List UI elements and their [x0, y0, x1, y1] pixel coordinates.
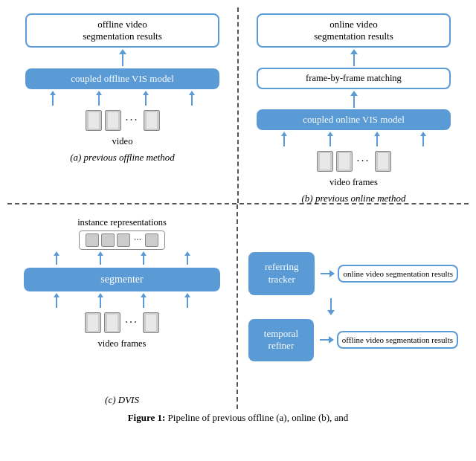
- frame-icon: [104, 312, 120, 333]
- dvis-video-label: video frames: [98, 338, 147, 349]
- segmenter-box: segmenter: [24, 268, 221, 291]
- frame-icon: [317, 151, 333, 172]
- offline-multi-arrows: [31, 91, 214, 106]
- frame-icon: [375, 151, 391, 172]
- online-video-label: video frames: [329, 177, 378, 188]
- panel-dvis-left: instance representations ··· segmenter: [7, 204, 238, 409]
- arrow2: [97, 293, 103, 308]
- offline-video-label: video: [112, 136, 133, 147]
- dvis-frames: ···: [85, 312, 159, 333]
- temporal-refiner-box: temporal refiner: [248, 319, 314, 362]
- dvis-arrows-up: [36, 251, 208, 266]
- h-arrow-refiner: [320, 335, 334, 345]
- arrow1: [54, 251, 60, 266]
- arrow4: [189, 91, 195, 106]
- frame-icon: [86, 110, 102, 131]
- arrow3: [143, 91, 149, 106]
- arrow4: [184, 251, 190, 266]
- arrow-offline-to-result: [119, 49, 126, 67]
- inst-box: [145, 233, 158, 247]
- arrow3: [374, 132, 380, 146]
- online-result-box: online videosegmentation results: [257, 13, 450, 48]
- arrow3: [141, 251, 147, 266]
- referring-tracker-box: referring tracker: [248, 252, 315, 295]
- frame-matching-box: frame-by-frame matching: [257, 68, 450, 89]
- arrow2: [97, 251, 103, 266]
- arrow-online-to-result: [350, 49, 358, 66]
- arrow4: [184, 293, 190, 308]
- arrow4: [420, 132, 426, 146]
- inst-box: [86, 233, 99, 247]
- figure-caption: Figure 1: Pipeline of previous offline (…: [7, 412, 469, 424]
- frame-icon: [85, 312, 101, 333]
- offline-caption: (a) previous offline method: [70, 152, 175, 164]
- frame-dots: ···: [357, 155, 370, 168]
- arrow1: [54, 293, 60, 308]
- top-panels: offline videosegmentation results couple…: [7, 7, 469, 204]
- dvis-frame-arrows: [36, 293, 208, 308]
- bottom-panel: instance representations ··· segmenter: [7, 204, 469, 409]
- frame-dots: ···: [126, 114, 139, 127]
- panel-online: online videosegmentation results frame-b…: [239, 7, 469, 203]
- figure-caption-bold: Figure 1:: [128, 412, 166, 423]
- figure-caption-text: Pipeline of previous offline (a), online…: [168, 412, 349, 423]
- arrow-tracker-to-refiner: [327, 298, 335, 316]
- frame-icon: [144, 110, 160, 131]
- offline-vis-model-box: coupled offline VIS model: [25, 68, 219, 89]
- panel-offline: offline videosegmentation results couple…: [7, 7, 239, 203]
- offline-frames: ···: [86, 110, 160, 131]
- online-frames: ···: [317, 151, 391, 172]
- h-arrow-tracker: [321, 268, 335, 279]
- online-caption: (b) previous online method: [302, 193, 406, 204]
- instance-label: instance representations: [77, 217, 167, 228]
- arrow-matching-to-model: [350, 91, 358, 108]
- online-vis-model-box: coupled online VIS model: [257, 109, 450, 130]
- panel-dvis-right: referring tracker online video segmentat…: [238, 204, 469, 409]
- offline-seg-result: offline video segmentation results: [337, 331, 458, 349]
- inst-box: [117, 233, 130, 247]
- frame-icon: [143, 312, 159, 333]
- online-seg-result: online video segmentation results: [338, 265, 458, 283]
- arrow1: [50, 91, 56, 106]
- dvis-caption: (c) DVIS: [7, 394, 237, 406]
- frame-icon: [105, 110, 121, 131]
- inst-box: [101, 233, 115, 247]
- frame-dots: ···: [125, 316, 138, 329]
- arrow1: [281, 132, 287, 146]
- arrow2: [327, 132, 333, 146]
- offline-result-box: offline videosegmentation results: [25, 13, 219, 48]
- arrow2: [96, 91, 102, 106]
- frame-icon: [336, 151, 353, 172]
- online-multi-arrows: [263, 132, 446, 146]
- arrow3: [141, 293, 147, 308]
- diagram-container: offline videosegmentation results couple…: [0, 0, 476, 461]
